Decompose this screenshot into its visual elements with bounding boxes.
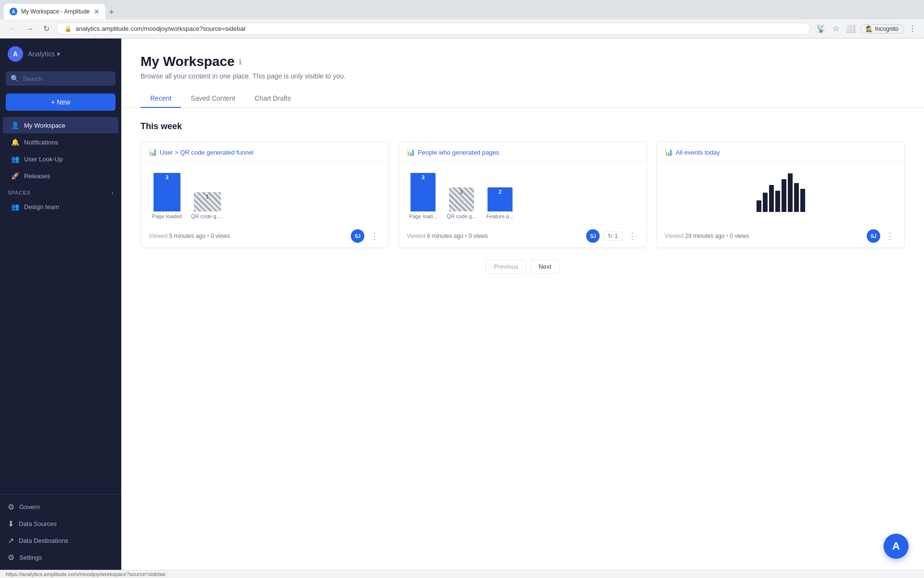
sidebar-item-label: Data Destinations [19, 537, 68, 544]
incognito-icon: 🕵 [866, 26, 873, 32]
tab-title: My Workspace - Amplitude [21, 8, 90, 15]
sidebar-item-label: Settings [19, 554, 42, 561]
card-title-row: 📊 All events today [665, 148, 897, 156]
card-funnel-footer: Viewed 5 minutes ago • 0 views SJ ⋮ [141, 224, 388, 248]
card-more-button[interactable]: ⋮ [626, 230, 639, 242]
view-count: 0 views [211, 233, 230, 239]
view-count: 0 views [730, 233, 749, 239]
v-bar [769, 185, 774, 212]
tabs-nav: Recent Saved Content Chart Drafts [141, 90, 905, 107]
sidebar-item-label: Notifications [24, 139, 58, 146]
share-button[interactable]: ↻ 1 [603, 231, 622, 241]
fab-button[interactable]: A [884, 534, 909, 559]
card-more-button[interactable]: ⋮ [884, 230, 897, 242]
user-lookup-icon: 👥 [11, 155, 19, 163]
v-bar [800, 189, 805, 212]
app-name-text: Analytics [28, 50, 55, 58]
bookmark-button[interactable]: ☆ [831, 22, 841, 35]
sidebar-item-design-team[interactable]: 👥 Design team [3, 198, 118, 215]
card-people-header: 📊 People who generated pages [399, 142, 646, 161]
view-time: 6 minutes ago [427, 233, 463, 239]
incognito-badge: 🕵 Incognito [860, 24, 904, 34]
v-bar [763, 193, 768, 212]
sidebar-search[interactable]: 🔍 [6, 71, 116, 86]
sidebar-item-my-workspace[interactable]: 👤 My Workspace [3, 117, 118, 133]
v-bar [775, 191, 780, 212]
new-tab-button[interactable]: + [105, 5, 118, 19]
sidebar-item-data-sources[interactable]: ⬇ Data Sources [0, 515, 121, 532]
status-url: https://analytics.amplitude.com/moodjoy/… [6, 571, 166, 577]
card-people-title[interactable]: People who generated pages [418, 149, 499, 156]
card-meta: Viewed 6 minutes ago • 0 views [407, 233, 488, 239]
card-funnel-title[interactable]: User > QR code generated funnel [160, 149, 254, 156]
sidebar-header: A Analytics ▾ [0, 39, 121, 67]
card-events-chart [657, 161, 904, 224]
main-content: My Workspace ℹ Browse all your content i… [121, 39, 924, 570]
spaces-expand-icon[interactable]: › [112, 189, 114, 196]
v-bar [794, 183, 799, 212]
new-button[interactable]: + New [6, 93, 116, 111]
sidebar-item-data-destinations[interactable]: ↗ Data Destinations [0, 532, 121, 549]
sidebar-item-user-lookup[interactable]: 👥 User Look-Up [3, 151, 118, 167]
tab-chart-drafts[interactable]: Chart Drafts [245, 90, 300, 108]
browser-toolbar-right: 📡 ☆ ⬜ 🕵 Incognito ⋮ [814, 22, 918, 35]
browser-toolbar: ← → ↻ 🔒 analytics.amplitude.com/moodjoy/… [0, 19, 924, 39]
card-funnel-header: 📊 User > QR code generated funnel [141, 142, 388, 161]
sidebar-item-label: Govern [19, 503, 40, 511]
forward-button[interactable]: → [23, 23, 37, 35]
page-title: My Workspace [141, 54, 235, 69]
back-button[interactable]: ← [6, 23, 19, 35]
card-meta: Viewed 5 minutes ago • 0 views [149, 233, 230, 239]
tab-saved-content[interactable]: Saved Content [181, 90, 245, 108]
releases-icon: 🚀 [11, 171, 19, 180]
tab-close-button[interactable]: ✕ [94, 8, 100, 15]
pagination: Previous Next [141, 260, 905, 274]
dropdown-arrow[interactable]: ▾ [57, 50, 60, 58]
sidebar-item-releases[interactable]: 🚀 Releases [3, 168, 118, 184]
bar-name: QR code g... [445, 213, 478, 219]
dot-separator: • [465, 233, 469, 239]
tab-recent[interactable]: Recent [141, 90, 181, 108]
sidebar-item-label: My Workspace [24, 122, 65, 129]
next-button[interactable]: Next [530, 260, 560, 274]
events-chart-icon: 📊 [665, 148, 673, 156]
extensions-button[interactable]: ⬜ [844, 22, 858, 35]
page-title-row: My Workspace ℹ [141, 54, 905, 69]
design-team-icon: 👥 [11, 202, 19, 211]
sidebar-item-label: Design team [24, 203, 59, 210]
info-icon[interactable]: ℹ [239, 57, 242, 66]
browser-tab-active[interactable]: A My Workspace - Amplitude ✕ [4, 4, 105, 19]
cast-button[interactable]: 📡 [814, 22, 828, 35]
v-bar [757, 200, 761, 212]
view-time: 29 minutes ago [685, 233, 724, 239]
browser-status-bar: https://analytics.amplitude.com/moodjoy/… [0, 570, 924, 578]
viewed-label: Viewed [407, 233, 425, 239]
avatar: SJ [351, 229, 364, 243]
v-bar [788, 173, 793, 212]
card-events-title[interactable]: All events today [676, 149, 720, 156]
bar-qr-code: 2 [449, 187, 474, 211]
search-input[interactable] [23, 75, 111, 82]
sidebar-item-notifications[interactable]: 🔔 Notifications [3, 134, 118, 150]
spaces-label: SPACES [8, 190, 30, 196]
sidebar-item-label: Releases [24, 172, 50, 180]
refresh-button[interactable]: ↻ [40, 22, 52, 35]
sidebar-item-settings[interactable]: ⚙ Settings [0, 549, 121, 566]
address-bar[interactable]: 🔒 analytics.amplitude.com/moodjoy/worksp… [56, 23, 810, 35]
card-title-row: 📊 People who generated pages [407, 148, 639, 156]
sidebar-bottom: ⚙ Govern ⬇ Data Sources ↗ Data Destinati… [0, 494, 121, 570]
card-actions: SJ ⋮ [867, 229, 897, 243]
share-icon: ↻ [608, 233, 613, 239]
previous-button[interactable]: Previous [486, 260, 526, 274]
viewed-label: Viewed [665, 233, 683, 239]
sidebar-nav: 👤 My Workspace 🔔 Notifications 👥 User Lo… [0, 117, 121, 184]
browser-tab-bar: A My Workspace - Amplitude ✕ + [0, 0, 924, 19]
dot-separator: • [207, 233, 211, 239]
tab-favicon: A [10, 8, 17, 15]
card-more-button[interactable]: ⋮ [368, 230, 381, 242]
sidebar-item-govern[interactable]: ⚙ Govern [0, 499, 121, 515]
sidebar-logo: A [8, 46, 23, 62]
avatar: SJ [867, 229, 880, 243]
card-events: 📊 All events today [656, 141, 905, 248]
browser-menu-button[interactable]: ⋮ [907, 22, 918, 35]
